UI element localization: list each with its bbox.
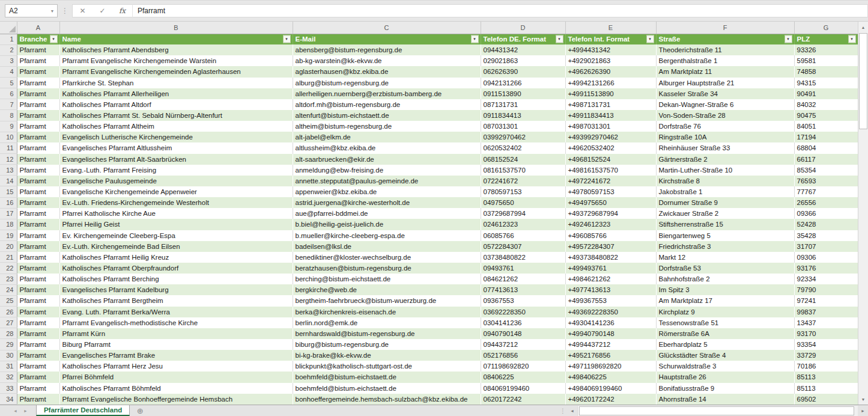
add-sheet-icon[interactable]: ⊕ [130, 405, 150, 416]
cell-name[interactable]: Pfarrei Heilig Geist [59, 219, 293, 230]
cell-strasse[interactable]: Von-Soden-Straße 28 [656, 110, 794, 121]
column-header-f[interactable]: F [656, 22, 794, 34]
cell-branche[interactable]: Pfarramt [17, 372, 59, 382]
scroll-left-icon[interactable]: ◄ [567, 409, 577, 413]
cell-email[interactable]: biburg@bistum-regensburg.de [293, 339, 481, 350]
row-number[interactable]: 22 [0, 263, 17, 274]
cell-telefon-int[interactable]: +493992970462 [565, 132, 656, 142]
cell-strasse[interactable]: Dorfstraße 53 [656, 263, 794, 274]
cell-name[interactable]: Katholisches Pfarramt Heilig Kreuz [59, 252, 293, 263]
cell-telefon-int[interactable]: +49572284307 [565, 241, 656, 252]
cell-branche[interactable]: Pfarramt [17, 339, 59, 350]
cell-email[interactable]: bergtheim-faehrbrueck@bistum-wuerzburg.d… [293, 295, 481, 306]
cell-plz[interactable]: 92334 [794, 274, 858, 284]
cell-email[interactable]: berka@kirchenkreis-eisenach.de [293, 307, 481, 317]
row-number[interactable]: 21 [0, 252, 17, 263]
cell-strasse[interactable]: Bergenthalstraße 1 [656, 55, 794, 66]
cell-telefon-int[interactable]: +49942131266 [565, 78, 656, 88]
cell-strasse[interactable]: Dornumer Straße 9 [656, 197, 794, 208]
row-number[interactable]: 17 [0, 208, 17, 219]
cell-plz[interactable]: 94315 [794, 78, 858, 88]
cell-email[interactable]: alt-saarbruecken@ekir.de [293, 154, 481, 165]
cell-strasse[interactable]: Markt 12 [656, 252, 794, 263]
cell-strasse[interactable]: Dekan-Wagner-Straße 6 [656, 99, 794, 110]
row-number[interactable]: 26 [0, 307, 17, 317]
formula-input[interactable]: Pfarramt [132, 4, 868, 17]
cell-email[interactable]: boehmfeld@bistum-eichstaett.de [293, 372, 481, 382]
cell-strasse[interactable]: Rheinhäuser Straße 33 [656, 142, 794, 153]
cell-branche[interactable]: Pfarramt [17, 121, 59, 132]
cell-plz[interactable]: 68804 [794, 142, 858, 153]
cell-branche[interactable]: Pfarramt [17, 110, 59, 121]
cell-strasse[interactable]: Kirchplatz 9 [656, 307, 794, 317]
cell-telefon-de[interactable]: 084069199460 [481, 383, 565, 394]
cell-telefon-int[interactable]: +4987031301 [565, 121, 656, 132]
cell-telefon-de[interactable]: 0620532402 [481, 142, 565, 153]
cell-name[interactable]: Katholisches Pfarramt Bergtheim [59, 295, 293, 306]
cell-name[interactable]: Pfarrei Katholische Kirche Aue [59, 208, 293, 219]
cell-telefon-int[interactable]: +493738480822 [565, 252, 656, 263]
header-cell-telefon-int[interactable]: Telefon Int. Format▼ [565, 34, 656, 44]
cell-telefon-int[interactable]: +496085766 [565, 230, 656, 241]
cell-strasse[interactable]: Ringstraße 10A [656, 132, 794, 142]
cell-telefon-de[interactable]: 084621262 [481, 274, 565, 284]
insert-function-icon[interactable]: fx [112, 7, 132, 15]
cell-plz[interactable]: 90475 [794, 110, 858, 121]
row-number[interactable]: 34 [0, 394, 17, 405]
cell-strasse[interactable]: Jakobstraße 1 [656, 186, 794, 197]
cell-name[interactable]: Katholisches Pfarramt St. Sebald Nürnber… [59, 110, 293, 121]
cell-strasse[interactable]: Gärtnerstraße 2 [656, 154, 794, 165]
cell-email[interactable]: bernhardswald@bistum-regensburg.de [293, 328, 481, 339]
scroll-right-icon[interactable]: ► [858, 409, 868, 413]
cell-email[interactable]: berlin.nord@emk.de [293, 317, 481, 328]
cell-plz[interactable]: 69502 [794, 394, 858, 405]
cell-plz[interactable]: 77767 [794, 186, 858, 197]
header-cell-strasse[interactable]: Straße▼ [656, 34, 794, 44]
cell-name[interactable]: Evangelisches Pfarramt Brake [59, 350, 293, 361]
cell-telefon-de[interactable]: 087131731 [481, 99, 565, 110]
cell-email[interactable]: bergkirche@web.de [293, 284, 481, 295]
cell-branche[interactable]: Pfarramt [17, 317, 59, 328]
cell-email[interactable]: benediktiner@kloster-wechselburg.de [293, 252, 481, 263]
cell-telefon-de[interactable]: 0572284307 [481, 241, 565, 252]
horizontal-scrollbar-track[interactable] [577, 406, 858, 416]
cell-plz[interactable]: 93326 [794, 44, 858, 55]
cell-telefon-de[interactable]: 077413613 [481, 284, 565, 295]
cell-email[interactable]: altenfurt@bistum-eichstaett.de [293, 110, 481, 121]
row-number[interactable]: 6 [0, 88, 17, 99]
cell-telefon-int[interactable]: +4994437212 [565, 339, 656, 350]
cell-plz[interactable]: 84051 [794, 121, 858, 132]
cell-branche[interactable]: Pfarramt [17, 66, 59, 77]
filter-dropdown-icon[interactable]: ▼ [848, 35, 856, 43]
cell-telefon-de[interactable]: 0911513890 [481, 88, 565, 99]
cell-name[interactable]: Evangelisch Lutherische Kirchengemeinde [59, 132, 293, 142]
cell-name[interactable]: Katholisches Pfarramt Abendsberg [59, 44, 293, 55]
cell-email[interactable]: berching@bistum-eichstaett.de [293, 274, 481, 284]
scroll-down-icon[interactable]: ▼ [858, 394, 868, 405]
cell-name[interactable]: Ev.-Luth. Kirchengemeinde Bad Eilsen [59, 241, 293, 252]
cell-plz[interactable]: 93170 [794, 328, 858, 339]
cell-name[interactable]: Evangelisches Pfarramt Kadelburg [59, 284, 293, 295]
cell-telefon-de[interactable]: 094437212 [481, 339, 565, 350]
row-number[interactable]: 16 [0, 197, 17, 208]
cell-branche[interactable]: Pfarramt [17, 165, 59, 176]
vertical-scrollbar[interactable]: ▲ ▼ [858, 22, 868, 405]
cell-telefon-de[interactable]: 0940790148 [481, 328, 565, 339]
cell-email[interactable]: alt-jabel@elkm.de [293, 132, 481, 142]
filter-dropdown-icon[interactable]: ▼ [283, 35, 291, 43]
cell-name[interactable]: Evangelische Kirchengemeinde Appenweier [59, 186, 293, 197]
cell-branche[interactable]: Pfarramt [17, 241, 59, 252]
cell-branche[interactable]: Pfarramt [17, 350, 59, 361]
cell-strasse[interactable]: Glückstädter Straße 4 [656, 350, 794, 361]
cell-strasse[interactable]: Alburger Hauptstraße 21 [656, 78, 794, 88]
column-header-e[interactable]: E [565, 22, 656, 34]
row-number[interactable]: 19 [0, 230, 17, 241]
cell-email[interactable]: badeilsen@lksl.de [293, 241, 481, 252]
cell-plz[interactable]: 85113 [794, 372, 858, 382]
cell-telefon-de[interactable]: 029021863 [481, 55, 565, 66]
cell-plz[interactable]: 93354 [794, 339, 858, 350]
cell-plz[interactable]: 79790 [794, 284, 858, 295]
cell-telefon-int[interactable]: +4952176856 [565, 350, 656, 361]
cell-branche[interactable]: Pfarramt [17, 361, 59, 372]
cell-email[interactable]: altheim@bistum-regensburg.de [293, 121, 481, 132]
